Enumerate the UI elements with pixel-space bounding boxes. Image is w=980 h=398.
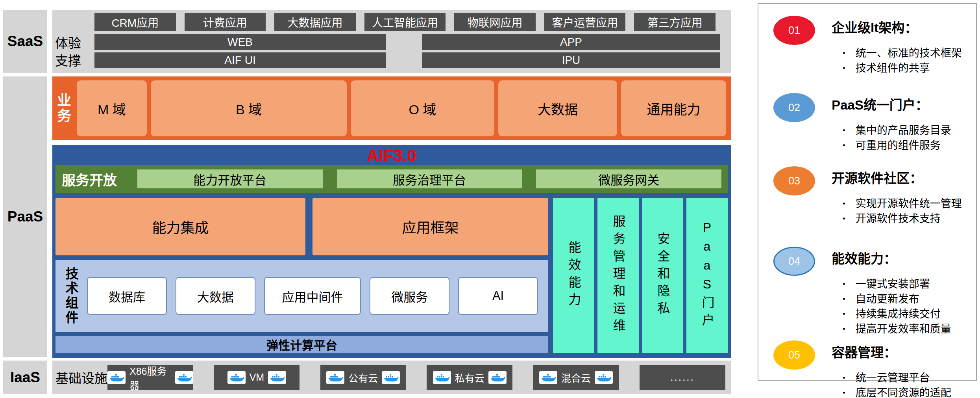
legend-item-04: 04 能效能力： •一键式安装部署 •自动更新发布 •持续集成持续交付 •提高开… <box>773 247 969 337</box>
legend-bullets-03: •实现开源软件统一管理 •开源软件技术支持 <box>832 196 962 226</box>
legend-body-02: PaaS统一门户： •集中的产品服务目录 •可重用的组件服务 <box>832 93 951 153</box>
bullet-text: 技术组件的共享 <box>856 61 930 76</box>
legend-bullets-04: •一键式安装部署 •自动更新发布 •持续集成持续交付 •提高开发效率和质量 <box>832 277 951 337</box>
ai-box: AI <box>458 277 538 315</box>
legend-bullet: •技术组件的共享 <box>843 61 962 76</box>
legend-bullet: •底层不同资源的适配 <box>843 385 951 398</box>
iaas-node-row: X86服务器 VM 公有云 私有云 <box>107 365 725 390</box>
tech-components-row: 数据库 大数据 应用中间件 微服务 AI <box>81 262 544 330</box>
legend-title-01: 企业级It架构： <box>832 17 962 36</box>
bullet-text: 集中的产品服务目录 <box>856 123 951 138</box>
legend-body-04: 能效能力： •一键式安装部署 •自动更新发布 •持续集成持续交付 •提高开发效率… <box>832 247 951 337</box>
iaas-node-x86: X86服务器 <box>107 365 193 390</box>
legend-bullet: •统一云管理平台 <box>843 370 951 385</box>
bullet-dot: • <box>843 61 845 76</box>
iaas-band: 基础设施 X86服务器 VM 公有云 <box>52 361 731 394</box>
pillar-security-privacy: 安全和隐私 <box>642 198 683 353</box>
saas-app-row: CRM应用 计费应用 大数据应用 人工智能应用 物联网应用 客户运营应用 第三方… <box>94 13 716 31</box>
legend-title-04: 能效能力： <box>832 248 951 267</box>
legend-bullet: •可重用的组件服务 <box>843 138 951 153</box>
iaas-node-more: ...... <box>640 365 725 390</box>
iaas-node-label: VM <box>250 372 264 383</box>
business-cell-b-domain: B 域 <box>151 80 347 136</box>
bullet-text: 实现开源软件统一管理 <box>856 196 962 211</box>
iaas-node-private-cloud: 私有云 <box>427 365 512 390</box>
business-cell-common: 通用能力 <box>621 80 726 136</box>
bullet-dot: • <box>843 322 845 337</box>
legend-body-05: 容器管理： •统一云管理平台 •底层不同资源的适配 <box>832 340 951 398</box>
experience-support-line2: 支撑 <box>55 52 94 70</box>
service-open-label: 服务开放 <box>55 169 123 189</box>
capability-integration-box: 能力集成 <box>55 198 305 255</box>
database-box: 数据库 <box>87 277 167 315</box>
legend-bullet: •实现开源软件统一管理 <box>843 196 962 211</box>
legend-bullets-01: •统一、标准的技术框架 •技术组件的共享 <box>832 46 962 76</box>
business-label-text: 业务 <box>52 93 73 124</box>
bullet-text: 自动更新发布 <box>856 292 919 307</box>
legend-bullet: •集中的产品服务目录 <box>843 123 951 138</box>
tech-components-panel: 技术组件 数据库 大数据 应用中间件 微服务 AI <box>55 260 548 332</box>
legend-title-02: PaaS统一门户： <box>832 95 951 113</box>
bullet-dot: • <box>843 211 845 226</box>
paas-left-column: 能力集成 应用框架 技术组件 数据库 大数据 应用中间件 微服务 AI <box>55 198 548 353</box>
capability-open-platform-box: 能力开放平台 <box>137 169 323 188</box>
app-box-bigdata: 大数据应用 <box>274 13 356 31</box>
microservice-gateway-box: 微服务网关 <box>536 169 721 188</box>
iaas-node-label: 混合云 <box>561 370 591 385</box>
experience-support-row: 体验 支撑 WEB AIF UI APP IPU <box>55 34 728 70</box>
legend-item-03: 03 开源软件社区： •实现开源软件统一管理 •开源软件技术支持 <box>773 166 969 226</box>
iaas-node-label: ...... <box>670 371 694 383</box>
docker-icon <box>268 371 286 384</box>
tech-components-label-text: 技术组件 <box>61 267 80 325</box>
legend-title-03: 开源软件社区： <box>832 168 962 187</box>
bullet-text: 提高开发效率和质量 <box>856 322 951 337</box>
bullet-dot: • <box>843 138 845 153</box>
app-box-iot: 物联网应用 <box>454 13 536 31</box>
bullet-dot: • <box>843 123 845 138</box>
legend-bullet: •提高开发效率和质量 <box>843 322 951 337</box>
experience-support-line1: 体验 <box>55 34 94 52</box>
layer-label-iaas: IaaS <box>3 361 47 394</box>
pillar-service-mgmt-ops: 服务管理和运维 <box>597 198 639 353</box>
docker-icon <box>382 371 400 384</box>
pillar-paas-portal-text: PaaS门户 <box>698 220 716 331</box>
paas-pillars: 能效能力 服务管理和运维 安全和隐私 PaaS门户 <box>553 198 728 353</box>
app-framework-box: 应用框架 <box>312 198 548 255</box>
legend-badge-01: 01 <box>773 16 815 45</box>
iaas-node-vm: VM <box>214 365 300 390</box>
iaas-node-label: X86服务器 <box>129 363 171 392</box>
bullet-dot: • <box>843 277 845 292</box>
bullet-dot: • <box>843 307 845 322</box>
infrastructure-label: 基础设施 <box>55 368 107 387</box>
app-box-billing: 计费应用 <box>185 13 266 31</box>
docker-icon <box>488 371 507 384</box>
bullet-dot: • <box>843 292 845 307</box>
elastic-compute-platform-bar: 弹性计算平台 <box>55 336 548 353</box>
legend-item-02: 02 PaaS统一门户： •集中的产品服务目录 •可重用的组件服务 <box>773 93 969 153</box>
pillar-service-mgmt-ops-text: 服务管理和运维 <box>609 215 627 336</box>
iaas-node-label: 私有云 <box>455 370 484 385</box>
middleware-box: 应用中间件 <box>264 277 361 315</box>
pillar-efficiency: 能效能力 <box>553 198 594 353</box>
bullet-text: 统一云管理平台 <box>856 370 930 385</box>
bullet-text: 统一、标准的技术框架 <box>856 46 962 61</box>
service-governance-platform-box: 服务治理平台 <box>337 169 522 188</box>
app-box-crm: CRM应用 <box>94 13 176 31</box>
docker-icon <box>433 371 451 384</box>
app-box-customer-ops: 客户运营应用 <box>544 13 626 31</box>
docker-icon <box>539 371 557 384</box>
bullet-dot: • <box>843 385 845 398</box>
iaas-node-label: 公有云 <box>348 370 378 385</box>
service-open-bar: 服务开放 能力开放平台 服务治理平台 微服务网关 <box>55 165 728 193</box>
business-cell-o-domain: O 域 <box>351 80 494 136</box>
legend-bullets-05: •统一云管理平台 •底层不同资源的适配 <box>832 370 951 398</box>
bullet-text: 一键式安装部署 <box>856 277 930 292</box>
legend-title-05: 容器管理： <box>832 342 951 361</box>
bullet-dot: • <box>843 196 845 211</box>
pillar-security-privacy-text: 安全和隐私 <box>654 232 672 319</box>
bullet-text: 开源软件技术支持 <box>856 211 941 226</box>
bullet-dot: • <box>843 370 845 385</box>
legend-bullet: •统一、标准的技术框架 <box>843 46 962 61</box>
docker-icon <box>326 371 344 384</box>
diagram-main-area: CRM应用 计费应用 大数据应用 人工智能应用 物联网应用 客户运营应用 第三方… <box>52 0 731 398</box>
